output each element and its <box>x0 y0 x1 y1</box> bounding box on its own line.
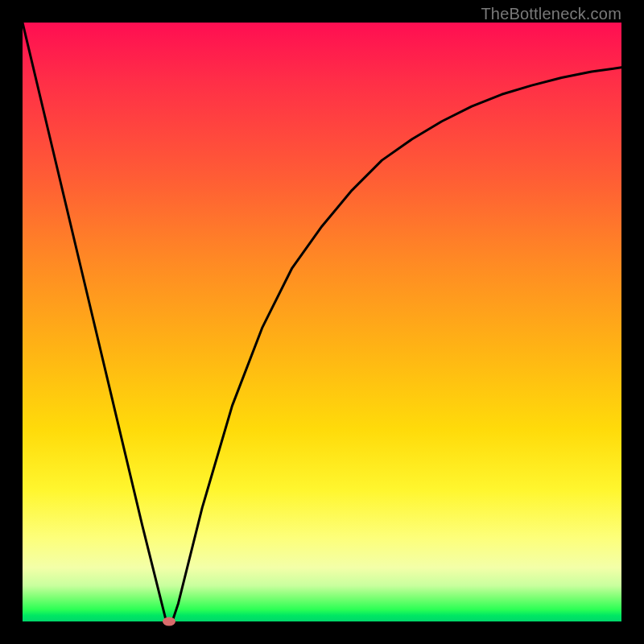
plot-area <box>23 23 621 621</box>
chart-frame: TheBottleneck.com <box>0 0 644 644</box>
bottleneck-curve <box>23 23 621 621</box>
watermark-text: TheBottleneck.com <box>481 5 621 23</box>
minimum-marker <box>163 617 175 626</box>
